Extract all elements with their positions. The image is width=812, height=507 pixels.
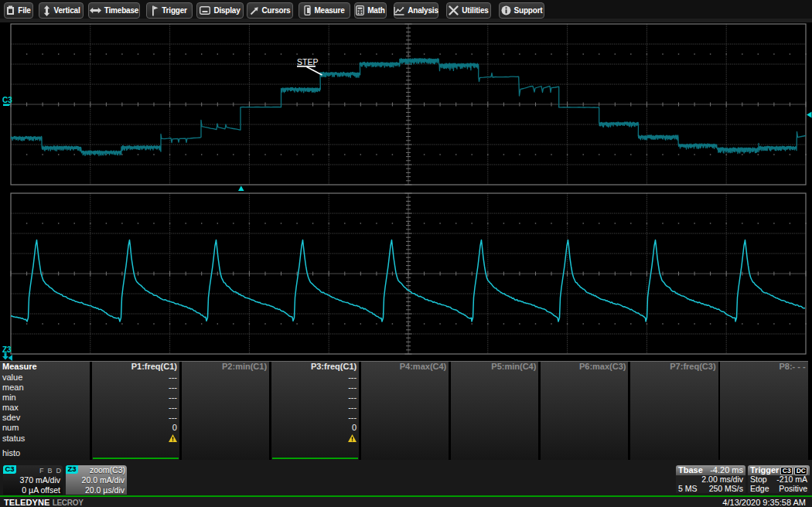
svg-text:STEP: STEP: [297, 57, 318, 66]
svg-text:Z3: Z3: [2, 345, 12, 354]
svg-text:C3: C3: [2, 96, 12, 104]
